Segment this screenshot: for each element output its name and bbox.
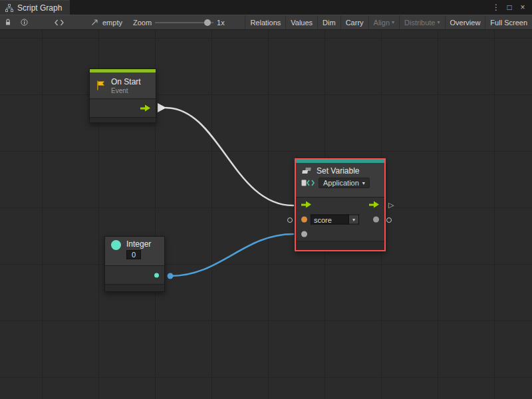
variable-name-input[interactable] [311, 215, 349, 225]
lock-icon[interactable] [0, 15, 16, 29]
chevron-down-icon: ▾ [362, 180, 365, 186]
code-icon [301, 179, 315, 187]
overview-button[interactable]: Overview [445, 15, 485, 29]
variable-name-dropdown[interactable]: ▾ [349, 215, 359, 225]
toolbar-buttons: Relations Values Dim Carry Align ▾ Distr… [245, 15, 532, 29]
dim-button[interactable]: Dim [317, 15, 340, 29]
node-footer [105, 284, 164, 291]
unconnected-output-marker[interactable] [386, 217, 392, 223]
window-controls: ⋮ □ × [491, 0, 532, 15]
variable-name-field: ▾ [311, 215, 359, 225]
node-title: Integer [126, 239, 151, 249]
zoom-slider-handle[interactable] [204, 19, 211, 26]
value-input-row [296, 227, 384, 241]
integer-icon [110, 239, 122, 251]
info-icon[interactable] [16, 15, 33, 29]
value-input-port[interactable] [301, 231, 307, 237]
variable-output-port[interactable] [373, 217, 379, 223]
graph-toolbar: empty Zoom 1x Relations Values Dim Carry [0, 15, 532, 30]
relations-button[interactable]: Relations [245, 15, 285, 29]
variables-icon [301, 167, 313, 175]
values-button[interactable]: Values [285, 15, 317, 29]
graph-canvas[interactable]: On Start Event Set Variable [0, 30, 532, 399]
flag-icon [95, 80, 106, 91]
control-connection-arrow [158, 103, 166, 112]
integer-output-port[interactable] [154, 273, 159, 277]
chevron-down-icon: ▾ [392, 19, 394, 25]
node-footer [90, 117, 156, 122]
distribute-button[interactable]: Distribute ▾ [399, 15, 444, 29]
node-on-start[interactable]: On Start Event [89, 68, 156, 123]
graph-context-label: empty [102, 19, 122, 27]
node-set-variable[interactable]: Set Variable Application ▾ [295, 158, 386, 251]
variable-name-row: ▾ [296, 212, 384, 227]
integer-value-input[interactable]: 0 [126, 250, 141, 259]
node-integer[interactable]: Integer 0 [104, 236, 165, 292]
full-screen-button[interactable]: Full Screen [485, 15, 532, 29]
node-title: Set Variable [317, 166, 359, 176]
window-close-button[interactable]: × [517, 1, 528, 14]
carry-button[interactable]: Carry [340, 15, 368, 29]
zoom-value: 1x [217, 19, 225, 27]
tab-script-graph[interactable]: Script Graph [0, 0, 70, 15]
window-maximize-button[interactable]: □ [504, 1, 515, 14]
zoom-control: Zoom 1x [128, 18, 230, 27]
flow-output-port[interactable] [369, 201, 379, 209]
align-button[interactable]: Align ▾ [368, 15, 399, 29]
node-subtitle: Event [111, 87, 141, 94]
variable-name-port[interactable] [301, 217, 307, 223]
chevron-down-icon: ▾ [352, 217, 355, 223]
zoom-label: Zoom [133, 19, 152, 27]
node-title: On Start [111, 77, 141, 86]
script-graph-window: Script Graph ⋮ □ × [0, 0, 532, 399]
window-menu-button[interactable]: ⋮ [491, 1, 501, 14]
control-connection-wire[interactable] [166, 108, 293, 205]
flow-input-port[interactable] [301, 201, 311, 209]
value-ports-row [105, 266, 164, 284]
titlebar: Script Graph ⋮ □ × [0, 0, 532, 15]
value-connection-wire[interactable] [170, 234, 293, 276]
tab-title: Script Graph [17, 3, 62, 13]
variable-kind-dropdown[interactable]: Application ▾ [319, 178, 370, 188]
connections-layer [0, 30, 532, 399]
value-connection-start-dot [168, 273, 174, 279]
ports-toggle-icon[interactable] [50, 15, 68, 29]
graph-icon [5, 4, 13, 12]
unconnected-flow-output-marker[interactable]: ▷ [388, 201, 394, 209]
zoom-slider[interactable] [155, 18, 213, 27]
node-footer [296, 241, 384, 250]
graph-context: empty [86, 19, 128, 27]
flow-ports-row [90, 99, 156, 117]
flow-ports-row [296, 198, 384, 212]
flow-output-port[interactable] [140, 104, 150, 112]
chevron-down-icon: ▾ [438, 19, 440, 25]
graph-pointer-icon [91, 19, 99, 26]
unconnected-input-marker[interactable] [287, 217, 293, 223]
